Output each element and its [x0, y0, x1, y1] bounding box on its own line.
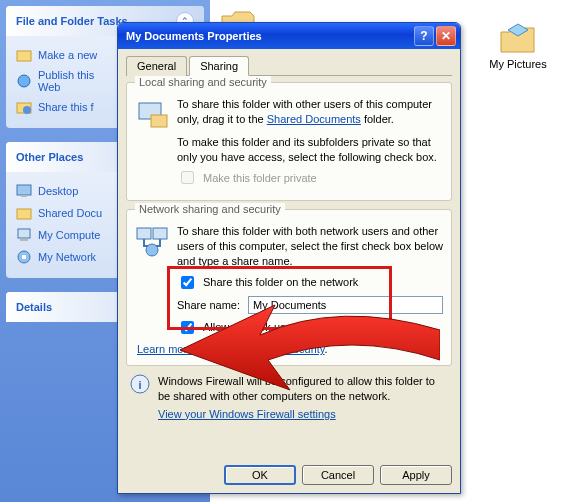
checkbox-make-private-input	[181, 171, 194, 184]
firewall-notice: i Windows Firewall will be configured to…	[126, 374, 452, 422]
share-folder-icon	[16, 99, 32, 115]
checkbox-share-on-network-input[interactable]	[181, 276, 194, 289]
panel-title: Details	[16, 301, 52, 313]
properties-dialog: My Documents Properties ? ✕ General Shar…	[117, 22, 461, 494]
ok-button[interactable]: OK	[224, 465, 296, 485]
svg-rect-0	[17, 51, 31, 61]
group-local-sharing: Local sharing and security To share this…	[126, 82, 452, 201]
pictures-folder-icon	[498, 20, 538, 56]
svg-rect-8	[20, 239, 28, 241]
network-places-icon	[16, 249, 32, 265]
network-share-icon	[135, 224, 169, 258]
group-title: Network sharing and security	[135, 203, 285, 215]
share-name-label: Share name:	[177, 299, 240, 311]
publish-web-icon	[16, 73, 32, 89]
svg-point-3	[23, 106, 31, 114]
svg-point-16	[146, 244, 158, 256]
local-share-icon	[135, 97, 169, 131]
help-button[interactable]: ?	[414, 26, 434, 46]
title-bar[interactable]: My Documents Properties ? ✕	[118, 23, 460, 49]
info-icon: i	[130, 374, 150, 394]
svg-rect-10	[22, 255, 26, 259]
svg-rect-15	[153, 228, 167, 239]
folder-my-pictures[interactable]: My Pictures	[478, 20, 558, 70]
folder-icon	[16, 205, 32, 221]
tab-general[interactable]: General	[126, 56, 187, 76]
svg-rect-5	[21, 195, 27, 197]
checkbox-share-on-network[interactable]: Share this folder on the network	[177, 273, 443, 292]
learn-more-link[interactable]: Learn more about sharing and security	[137, 343, 325, 355]
svg-text:i: i	[138, 379, 141, 391]
network-share-text: To share this folder with both network u…	[177, 224, 443, 269]
svg-rect-14	[137, 228, 151, 239]
desktop-icon	[16, 183, 32, 199]
checkbox-make-private: Make this folder private	[177, 168, 443, 187]
tab-strip: General Sharing	[126, 55, 452, 76]
svg-rect-13	[151, 115, 167, 127]
cancel-button[interactable]: Cancel	[302, 465, 374, 485]
folder-new-icon	[16, 47, 32, 63]
close-button[interactable]: ✕	[436, 26, 456, 46]
group-network-sharing: Network sharing and security To share th…	[126, 209, 452, 366]
local-share-text: To share this folder with other users of…	[177, 97, 443, 164]
dialog-button-row: OK Cancel Apply	[224, 465, 452, 485]
group-title: Local sharing and security	[135, 76, 271, 88]
dialog-title: My Documents Properties	[126, 30, 262, 42]
computer-icon	[16, 227, 32, 243]
svg-rect-6	[17, 209, 31, 219]
firewall-settings-link[interactable]: View your Windows Firewall settings	[158, 408, 336, 420]
panel-title: Other Places	[16, 151, 83, 163]
panel-title: File and Folder Tasks	[16, 15, 128, 27]
checkbox-allow-change-input[interactable]	[181, 321, 194, 334]
svg-rect-4	[17, 185, 31, 195]
share-name-input[interactable]	[248, 296, 443, 314]
checkbox-allow-change[interactable]: Allow network users to change my files	[177, 318, 443, 337]
svg-point-1	[18, 75, 30, 87]
svg-rect-7	[18, 229, 30, 238]
shared-documents-link[interactable]: Shared Documents	[267, 113, 361, 125]
tab-sharing[interactable]: Sharing	[189, 56, 249, 76]
apply-button[interactable]: Apply	[380, 465, 452, 485]
